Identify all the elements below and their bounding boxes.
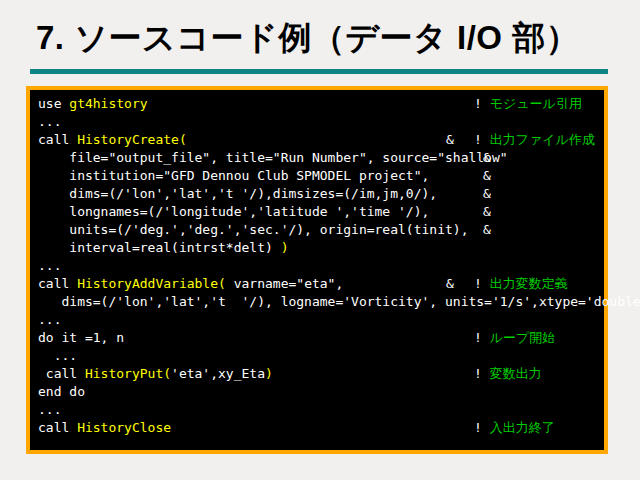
slide-title: 7. ソースコード例（データ I/O 部） [36,16,616,61]
code-text: 'eta',xy_Eta [171,366,265,381]
code-line: dims=(/'lon','lat','t '/), logname='Vort… [38,293,604,311]
comment-text: ループ開始 [490,330,556,345]
code-text: dims=(/'lon','lat','t '/),dimsizes=(/im,… [38,186,437,201]
code-line: use gt4history! モジュール引用 [38,95,604,113]
code-text: call [38,366,85,381]
code-text: ) [265,366,273,381]
code-text: use [38,96,69,111]
continuation-ampersand: & [483,149,491,167]
continuation-ampersand: & [483,203,491,221]
code-line: file="output_file", title="Run Number", … [38,149,604,167]
code-text: ... [38,312,61,327]
code-text: longnames=(/'longitude','latitude ','tim… [38,204,429,219]
comment-text: 変数出力 [490,366,542,381]
title-underline-rule [30,69,608,74]
code-text: ) [281,240,289,255]
continuation-ampersand: & [483,221,491,239]
code-comment: ! 出力変数定義 [474,275,568,293]
code-line: units=(/'deg.','deg.','sec.'/), origin=r… [38,221,604,239]
continuation-ampersand: & [483,167,491,185]
code-line: ... [38,347,604,365]
code-text: HistoryPut( [85,366,171,381]
code-text: units=(/'deg.','deg.','sec.'/), origin=r… [38,222,468,237]
code-text: varname="eta", [226,276,343,291]
code-comment: ! モジュール引用 [474,95,582,113]
code-text: interval=real(intrst*delt) [38,240,281,255]
comment-text: 出力変数定義 [490,276,568,291]
code-text: dims=(/'lon','lat','t '/), logname='Vort… [38,294,640,309]
code-line: institution="GFD Dennou Club SPMODEL pro… [38,167,604,185]
code-text: ... [38,114,61,129]
comment-exclamation: ! [474,96,490,111]
comment-text: 入出力終了 [490,420,555,435]
code-line: call HistoryPut('eta',xy_Eta)! 変数出力 [38,365,604,383]
code-line: dims=(/'lon','lat','t '/),dimsizes=(/im,… [38,185,604,203]
code-line: interval=real(intrst*delt) ) [38,239,604,257]
code-text: call [38,276,77,291]
code-text: HistoryAddVariable( [77,276,226,291]
code-line: ... [38,311,604,329]
comment-exclamation: ! [474,132,490,147]
code-line: do it =1, n! ループ開始 [38,329,604,347]
code-line: end do [38,383,604,401]
code-comment: ! 出力ファイル作成 [474,131,595,149]
code-comment: ! ループ開始 [474,329,555,347]
code-text: file="output_file", title="Run Number", … [38,150,508,165]
code-text: HistoryClose [77,420,171,435]
comment-exclamation: ! [474,330,490,345]
continuation-ampersand: & [483,185,491,203]
continuation-ampersand: & [446,275,454,293]
comment-text: 出力ファイル作成 [490,132,595,147]
code-text: end do [38,384,85,399]
code-line: call HistoryCreate(&! 出力ファイル作成 [38,131,604,149]
code-comment: ! 変数出力 [474,365,542,383]
code-text: HistoryCreate( [77,132,187,147]
comment-exclamation: ! [474,276,490,291]
comment-exclamation: ! [474,420,490,435]
code-line: ... [38,257,604,275]
code-comment: ! 入出力終了 [474,419,555,437]
code-block: use gt4history! モジュール引用...call HistoryCr… [26,86,608,454]
code-line: ... [38,113,604,131]
continuation-ampersand: & [446,131,454,149]
comment-text: モジュール引用 [490,96,582,111]
code-line: longnames=(/'longitude','latitude ','tim… [38,203,604,221]
code-text: ... [38,402,61,417]
code-text: call [38,132,77,147]
code-line: call HistoryAddVariable( varname="eta",&… [38,275,604,293]
code-line: call HistoryClose! 入出力終了 [38,419,604,437]
code-text: ... [38,258,61,273]
code-text: institution="GFD Dennou Club SPMODEL pro… [38,168,429,183]
code-text: gt4history [69,96,147,111]
code-line: ... [38,401,604,419]
comment-exclamation: ! [474,366,490,381]
code-text: do it =1, n [38,330,124,345]
code-text: call [38,420,77,435]
code-text: ... [38,348,77,363]
